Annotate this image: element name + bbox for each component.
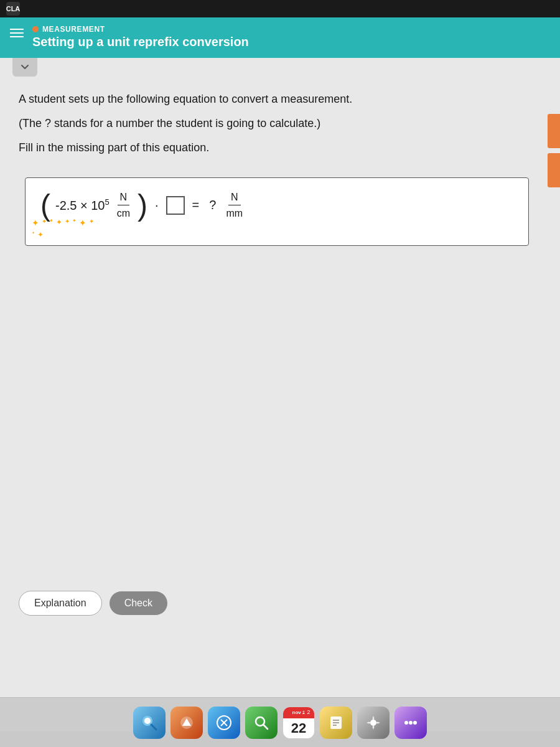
dock-more[interactable] [394,707,427,739]
coefficient-value: -2.5 × 105 [55,197,110,213]
svg-point-16 [409,721,413,725]
right-paren: ) [138,190,147,220]
svg-line-9 [263,725,268,729]
calendar-body: 22 [291,718,306,738]
main-content: A student sets up the following equation… [0,58,560,731]
search-icon [252,713,271,732]
more-icon [402,714,419,731]
dock-system-prefs[interactable] [357,707,390,739]
page-title: Setting up a unit reprefix conversion [32,35,249,49]
question-area: A student sets up the following equation… [0,77,560,177]
right-decorative-boxes [548,114,560,187]
question-line-3: Fill in the missing part of this equatio… [19,140,541,156]
check-button[interactable]: Check [110,591,167,615]
gear-icon [364,713,383,732]
explanation-button[interactable]: Explanation [19,591,102,616]
multiply-dot: · [155,198,159,212]
section-label: MEASUREMENT [32,25,249,34]
svg-line-2 [151,725,156,730]
compass-icon [215,713,233,732]
answer-input-box[interactable] [166,196,185,215]
dock: nov 2 22 2 [0,697,560,747]
hamburger-button[interactable] [10,29,24,37]
chevron-dropdown-button[interactable] [12,58,37,77]
left-paren: ( [40,190,50,220]
dock-notes[interactable] [320,707,352,739]
question-mark: ? [209,198,216,212]
dock-browser[interactable] [208,707,240,739]
app-header: MEASUREMENT Setting up a unit reprefix c… [0,17,560,58]
chevron-down-icon [19,62,30,73]
equation-box: ✦ ✦ ✦ ✦ ✦ ✦ ✦ ✦ ✦ ✦ ( -2.5 × 105 [25,177,529,246]
system-top-bar: CLA [0,0,560,17]
dock-calendar[interactable]: nov 2 22 2 [282,707,315,739]
svg-point-1 [144,718,151,724]
finder-icon [140,713,159,732]
fraction-left: N cm [114,191,133,218]
fraction-right: N mm [223,191,245,218]
svg-point-17 [413,721,417,725]
calendar-badge: 2 [304,708,313,716]
exponent-value: 5 [105,197,110,207]
orange-box-2 [548,153,560,187]
dock-finder[interactable] [133,707,166,739]
input-fraction-box[interactable] [166,196,185,215]
decorative-dots: ✦ ✦ ✦ ✦ ✦ ✦ ✦ ✦ ✦ ✦ [32,218,94,239]
bottom-button-area: Explanation Check [0,581,560,626]
numerator-right: N [228,191,241,205]
dock-search[interactable] [245,707,278,739]
launchpad-icon [177,713,196,732]
question-line-1: A student sets up the following equation… [19,92,541,107]
question-line-2: (The ? stands for a number the student i… [19,116,541,131]
orange-dot-icon [32,26,39,32]
orange-box-1 [548,114,560,148]
header-text: MEASUREMENT Setting up a unit reprefix c… [32,25,249,49]
denominator-right: mm [223,206,245,219]
svg-point-15 [404,721,408,725]
notes-icon [327,714,345,731]
equation-container: ✦ ✦ ✦ ✦ ✦ ✦ ✦ ✦ ✦ ✦ ( -2.5 × 105 [0,177,560,246]
equals-sign: = [192,198,200,212]
dock-launchpad[interactable] [170,707,203,739]
numerator-left: N [118,191,130,205]
equation-expression: ( -2.5 × 105 N cm ) · [40,190,513,220]
denominator-left: cm [114,206,133,219]
app-icon: CLA [6,2,20,16]
